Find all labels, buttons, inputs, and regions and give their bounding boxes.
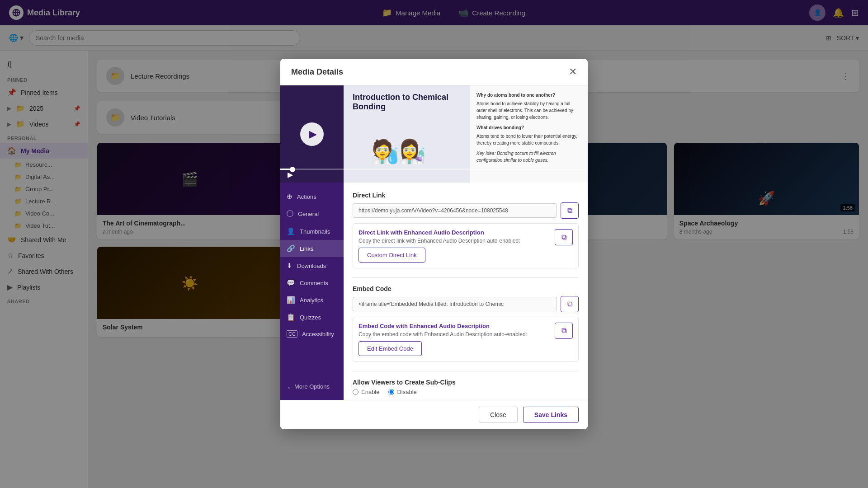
- disable-radio[interactable]: [388, 389, 394, 395]
- save-links-button[interactable]: Save Links: [523, 407, 579, 423]
- links-icon: 🔗: [287, 244, 295, 253]
- sub-clips-radio-group: Enable Disable: [353, 389, 579, 395]
- video-animation-panel: Introduction to Chemical Bonding 🧑‍🔬 👩‍🔬…: [344, 85, 470, 183]
- enhanced-direct-label: Direct Link with Enhanced Audio Descript…: [359, 229, 551, 236]
- enhanced-embed-desc: Copy the embed code with Enhanced Audio …: [359, 331, 551, 338]
- embed-code-section: Embed Code ⧉ Embed Code with Enhanced Au…: [353, 285, 579, 362]
- enhanced-embed-row: Embed Code with Enhanced Audio Descripti…: [359, 323, 573, 341]
- enhanced-direct-row: Direct Link with Enhanced Audio Descript…: [359, 229, 573, 248]
- enhanced-direct-body: Direct Link with Enhanced Audio Descript…: [359, 229, 551, 248]
- modal-nav-actions[interactable]: ⊕ Actions: [280, 188, 344, 205]
- direct-link-section: Direct Link ⧉ Direct Link with Enhanced …: [353, 192, 579, 268]
- video-progress-fill: [280, 169, 292, 170]
- video-text-panel: Why do atoms bond to one another? Atoms …: [470, 85, 588, 183]
- copy-enhanced-embed-button[interactable]: ⧉: [555, 323, 573, 339]
- actions-icon: ⊕: [287, 192, 292, 201]
- downloads-icon: ⬇: [287, 262, 292, 270]
- enhanced-embed-body: Embed Code with Enhanced Audio Descripti…: [359, 323, 551, 341]
- character-figure-right: 👩‍🔬: [398, 138, 426, 164]
- modal-nav-quizzes[interactable]: 📋 Quizzes: [280, 309, 344, 326]
- copy-direct-link-button[interactable]: ⧉: [561, 202, 579, 219]
- modal-nav-more-options[interactable]: ⌄ More Options: [280, 379, 344, 394]
- accessibility-icon: CC: [287, 330, 297, 338]
- video-text-q1: Why do atoms bond to one another?: [476, 92, 581, 99]
- embed-code-row: ⧉: [353, 296, 579, 312]
- modal-nav-accessibility[interactable]: CC Accessibility: [280, 326, 344, 342]
- modal-footer: Close Save Links: [280, 400, 588, 429]
- thumbnails-icon: 👤: [287, 227, 295, 235]
- analytics-icon: 📊: [287, 296, 295, 304]
- disable-radio-label[interactable]: Disable: [388, 389, 416, 395]
- copy-embed-code-button[interactable]: ⧉: [561, 296, 579, 312]
- divider-2: [353, 371, 579, 371]
- enhanced-direct-desc: Copy the direct link with Enhanced Audio…: [359, 238, 551, 244]
- enable-radio-label[interactable]: Enable: [353, 389, 379, 395]
- media-details-modal: Media Details ✕ ▶ Introduction to Chemic…: [280, 59, 588, 429]
- modal-nav-thumbnails[interactable]: 👤 Thumbnails: [280, 223, 344, 240]
- modal-navigation: ⊕ Actions ⓘ General 👤 Thumbnails 🔗 Links…: [280, 183, 344, 400]
- custom-direct-link-button[interactable]: Custom Direct Link: [359, 248, 425, 263]
- modal-nav-comments[interactable]: 💬 Comments: [280, 274, 344, 291]
- enhanced-embed-section: Embed Code with Enhanced Audio Descripti…: [353, 317, 579, 362]
- general-icon: ⓘ: [287, 210, 293, 218]
- direct-link-label: Direct Link: [353, 192, 579, 199]
- modal-nav-links[interactable]: 🔗 Links: [280, 240, 344, 257]
- modal-video-area: ▶ Introduction to Chemical Bonding 🧑‍🔬 👩…: [280, 85, 588, 183]
- close-button[interactable]: Close: [479, 407, 518, 423]
- water-icon: 💧: [384, 149, 401, 164]
- video-play-button[interactable]: ▶: [300, 122, 324, 146]
- modal-close-button[interactable]: ✕: [569, 66, 577, 78]
- modal-nav-downloads[interactable]: ⬇ Downloads: [280, 257, 344, 274]
- modal-nav-content-row: ⊕ Actions ⓘ General 👤 Thumbnails 🔗 Links…: [280, 183, 588, 400]
- embed-code-input[interactable]: [353, 297, 557, 311]
- direct-link-input[interactable]: [353, 203, 557, 218]
- video-title-text: Introduction to Chemical Bonding: [344, 85, 470, 119]
- copy-enhanced-direct-button[interactable]: ⧉: [555, 229, 573, 245]
- video-text-a2: Atoms tend to bond to lower their potent…: [476, 133, 581, 146]
- enable-radio[interactable]: [353, 389, 359, 395]
- modal-content-panel: Direct Link ⧉ Direct Link with Enhanced …: [344, 183, 588, 400]
- modal-nav-general[interactable]: ⓘ General: [280, 205, 344, 223]
- video-text-q2: What drives bonding?: [476, 124, 581, 131]
- sub-clips-section: Allow Viewers to Create Sub-Clips Enable…: [353, 379, 579, 395]
- divider-1: [353, 277, 579, 278]
- comments-icon: 💬: [287, 279, 295, 287]
- embed-code-label: Embed Code: [353, 285, 579, 292]
- video-text-key: Key Idea: Bonding occurs to fill electro…: [476, 150, 581, 164]
- edit-embed-code-button[interactable]: Edit Embed Code: [359, 341, 422, 356]
- direct-link-row: ⧉: [353, 202, 579, 219]
- sub-clips-label: Allow Viewers to Create Sub-Clips: [353, 379, 579, 386]
- enhanced-direct-link-section: Direct Link with Enhanced Audio Descript…: [353, 223, 579, 268]
- quizzes-icon: 📋: [287, 313, 295, 321]
- modal-title: Media Details: [291, 67, 343, 77]
- video-text-a1: Atoms bond to achieve stability by havin…: [476, 100, 581, 121]
- enhanced-embed-label: Embed Code with Enhanced Audio Descripti…: [359, 323, 551, 329]
- video-play-control[interactable]: ▶: [288, 170, 293, 179]
- modal-header: Media Details ✕: [280, 59, 588, 85]
- video-progress-bar[interactable]: [280, 169, 588, 170]
- modal-nav-analytics[interactable]: 📊 Analytics: [280, 291, 344, 309]
- more-options-chevron: ⌄: [287, 383, 292, 390]
